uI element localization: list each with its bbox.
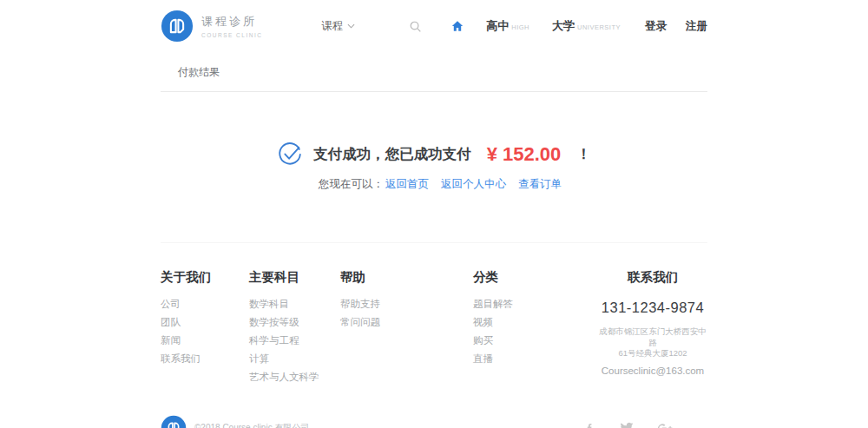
- contact-email-link[interactable]: Courseclinic@163.com: [598, 366, 707, 377]
- footer-link-videos[interactable]: 视频: [473, 318, 598, 328]
- footer-col-about: 关于我们 公司 团队 新闻 联系我们: [161, 269, 249, 391]
- contact-phone: 131-1234-9874: [598, 300, 707, 316]
- main-nav: 课程 高中 HIGH 大学: [321, 18, 707, 34]
- nav-university-sublabel: UNIVERSITY: [577, 23, 621, 31]
- book-logo-icon: [161, 10, 194, 43]
- footer-link-science-engineering[interactable]: 科学与工程: [249, 336, 340, 346]
- register-button[interactable]: 注册: [686, 19, 707, 34]
- google-plus-icon[interactable]: [657, 423, 673, 428]
- footer-col-title: 联系我们: [598, 269, 707, 286]
- footer-col-subjects: 主要科目 数学科目 数学按等级 科学与工程 计算 艺术与人文科学: [249, 269, 340, 391]
- nav-university[interactable]: 大学 UNIVERSITY: [552, 18, 621, 34]
- breadcrumb: 付款结果: [161, 65, 707, 80]
- payment-prompt: 您现在可以：: [319, 177, 384, 192]
- footer-link-question-answers[interactable]: 题目解答: [473, 300, 598, 310]
- payment-exclaim: ！: [576, 145, 591, 164]
- breadcrumb-divider: [161, 91, 707, 92]
- breadcrumb-section: 付款结果: [161, 52, 707, 92]
- footer-link-purchase[interactable]: 购买: [473, 336, 598, 346]
- footer-link-company[interactable]: 公司: [161, 300, 249, 310]
- view-order-link[interactable]: 查看订单: [518, 177, 562, 192]
- footer-link-contact[interactable]: 联系我们: [161, 354, 249, 365]
- bottom-bar: ©2018 Course clinic 有限公司: [161, 415, 707, 428]
- return-account-link[interactable]: 返回个人中心: [441, 177, 506, 192]
- footer-link-news[interactable]: 新闻: [161, 336, 249, 346]
- payment-result-section: 支付成功，您已成功支付 ¥ 152.00 ！ 您现在可以： 返回首页 返回个人中…: [161, 142, 707, 192]
- footer-link-arts-humanities[interactable]: 艺术与人文科学: [249, 372, 340, 383]
- nav-high-school-sublabel: HIGH: [511, 23, 529, 31]
- twitter-icon[interactable]: [620, 422, 634, 428]
- success-check-icon: [277, 142, 303, 168]
- payment-success-message: 支付成功，您已成功支付: [313, 145, 471, 164]
- footer-link-math-by-level[interactable]: 数学按等级: [249, 318, 340, 328]
- nav-university-label: 大学: [552, 18, 575, 34]
- chevron-down-icon: [347, 23, 355, 29]
- footer-col-categories: 分类 题目解答 视频 购买 直播: [473, 269, 598, 391]
- footer-col-title: 帮助: [340, 269, 473, 286]
- footer-col-title: 主要科目: [249, 269, 340, 286]
- return-home-link[interactable]: 返回首页: [385, 177, 429, 192]
- social-links: [584, 422, 673, 428]
- nav-high-school-label: 高中: [486, 18, 509, 34]
- footer-link-faq[interactable]: 常问问题: [340, 318, 473, 328]
- copyright-text: ©2018 Course clinic 有限公司: [194, 422, 309, 428]
- footer: 关于我们 公司 团队 新闻 联系我们 主要科目 数学科目 数学按等级 科学与工程…: [161, 242, 707, 428]
- brand-logo-group[interactable]: 课程诊所 COURSE CLINIC: [161, 10, 262, 43]
- nav-course-label: 课程: [321, 19, 343, 34]
- brand-name: 课程诊所 COURSE CLINIC: [201, 14, 262, 38]
- payment-amount: ¥ 152.00: [487, 143, 562, 166]
- nav-course-dropdown[interactable]: 课程: [321, 19, 355, 34]
- login-button[interactable]: 登录: [645, 19, 667, 34]
- contact-address: 成都市锦江区东门大桥西安中路 61号经典大厦1202: [598, 326, 707, 359]
- contact-address-line1: 成都市锦江区东门大桥西安中路: [598, 326, 707, 348]
- footer-link-computing[interactable]: 计算: [249, 354, 340, 365]
- footer-link-help-support[interactable]: 帮助支持: [340, 300, 473, 310]
- footer-link-math-subjects[interactable]: 数学科目: [249, 300, 340, 310]
- book-logo-icon-small: [161, 415, 187, 428]
- contact-address-line2: 61号经典大厦1202: [598, 348, 707, 359]
- brand-name-cn: 课程诊所: [201, 14, 262, 30]
- search-icon[interactable]: [409, 20, 422, 33]
- footer-col-title: 分类: [473, 269, 598, 286]
- brand-name-en: COURSE CLINIC: [201, 32, 262, 38]
- nav-high-school[interactable]: 高中 HIGH: [486, 18, 529, 34]
- footer-link-team[interactable]: 团队: [161, 318, 249, 328]
- home-icon[interactable]: [451, 20, 464, 32]
- facebook-icon[interactable]: [584, 422, 596, 428]
- header: 课程诊所 COURSE CLINIC 课程: [161, 0, 707, 52]
- footer-link-live[interactable]: 直播: [473, 354, 598, 365]
- footer-col-title: 关于我们: [161, 269, 249, 286]
- footer-col-contact-us: 联系我们 131-1234-9874 成都市锦江区东门大桥西安中路 61号经典大…: [598, 269, 707, 391]
- footer-col-help: 帮助 帮助支持 常问问题: [340, 269, 473, 391]
